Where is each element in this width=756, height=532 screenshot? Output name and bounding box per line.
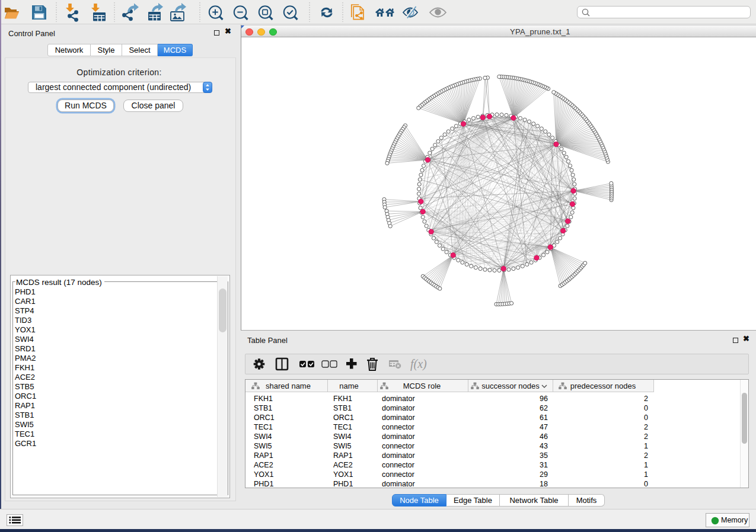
svg-text:f(x): f(x): [410, 357, 427, 371]
